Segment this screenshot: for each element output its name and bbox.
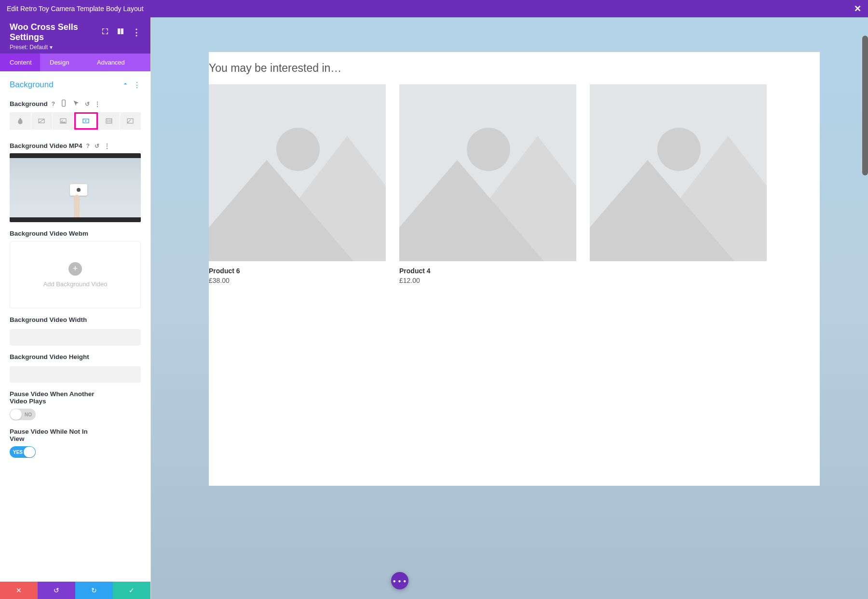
placeholder-image-icon <box>590 84 767 261</box>
scrollbar[interactable] <box>862 36 868 175</box>
reset-icon[interactable]: ↺ <box>85 101 90 107</box>
tab-design[interactable]: Design <box>40 53 78 71</box>
responsive-icon[interactable] <box>60 99 68 108</box>
product-price: £38.00 <box>209 277 386 284</box>
redo-button[interactable]: ↻ <box>75 582 113 599</box>
undo-button[interactable]: ↺ <box>38 582 75 599</box>
bg-mask-tab[interactable] <box>120 112 141 130</box>
field-more-icon[interactable]: ⋮ <box>104 143 110 149</box>
bg-color-tab[interactable] <box>10 112 31 130</box>
bg-gradient-tab[interactable] <box>31 112 53 130</box>
background-label: Background <box>10 100 48 107</box>
bg-video-tab[interactable] <box>74 112 98 130</box>
placeholder-image-icon <box>399 84 576 261</box>
tab-advanced[interactable]: Advanced <box>78 53 150 71</box>
module-header: Woo Cross Sells Settings ⋮ Preset: Defau… <box>0 17 150 53</box>
title-bar-text: Edit Retro Toy Camera Template Body Layo… <box>7 5 144 13</box>
close-button[interactable]: ✕ <box>854 3 861 14</box>
help-icon[interactable]: ? <box>52 101 55 107</box>
module-actions-fab[interactable]: ● ● ● <box>391 572 408 589</box>
tab-content[interactable]: Content <box>0 53 40 71</box>
hover-icon[interactable] <box>72 99 80 108</box>
video-mp4-preview[interactable] <box>10 153 141 222</box>
expand-icon[interactable] <box>101 27 109 38</box>
webm-label: Background Video Webm <box>10 230 88 237</box>
footer-actions: ✕ ↺ ↻ ✓ <box>0 582 150 599</box>
placeholder-image-icon <box>209 84 386 261</box>
pause-view-label: Pause Video While Not In View <box>10 428 96 442</box>
more-icon[interactable]: ⋮ <box>132 27 141 38</box>
preset-selector[interactable]: Preset: Default ▾ <box>10 44 141 51</box>
save-button[interactable]: ✓ <box>113 582 150 599</box>
product-name: Product 4 <box>399 267 576 275</box>
section-title: Background <box>10 80 122 90</box>
title-bar: Edit Retro Toy Camera Template Body Layo… <box>0 0 868 17</box>
plus-icon: + <box>68 262 82 276</box>
svg-point-3 <box>62 120 63 121</box>
preview-canvas: You may be interested in… Product 6 £38.… <box>151 17 868 599</box>
collapse-icon[interactable] <box>122 80 129 90</box>
width-label: Background Video Width <box>10 316 87 323</box>
cross-sells-module: You may be interested in… Product 6 £38.… <box>209 52 820 486</box>
product-item[interactable]: Product 4 £12.00 <box>399 84 576 284</box>
add-video-webm-button[interactable]: + Add Background Video <box>10 241 141 308</box>
section-more-icon[interactable]: ⋮ <box>133 80 141 90</box>
settings-tabs: Content Design Advanced <box>0 53 150 71</box>
bg-pattern-tab[interactable] <box>98 112 120 130</box>
product-item[interactable]: Product 6 £38.00 <box>209 84 386 284</box>
video-width-input[interactable] <box>10 329 141 346</box>
product-item[interactable] <box>590 84 767 284</box>
pause-view-toggle[interactable]: YES <box>10 446 36 458</box>
help-icon[interactable]: ? <box>86 143 90 149</box>
columns-icon[interactable] <box>117 27 124 38</box>
background-type-tabs <box>10 112 141 130</box>
mp4-label: Background Video MP4 <box>10 142 82 149</box>
pause-other-toggle[interactable]: NO <box>10 409 36 420</box>
cross-sells-heading: You may be interested in… <box>209 62 820 84</box>
pause-other-label: Pause Video When Another Video Plays <box>10 390 96 405</box>
bg-image-tab[interactable] <box>53 112 74 130</box>
settings-sidebar: Woo Cross Sells Settings ⋮ Preset: Defau… <box>0 17 151 599</box>
reset-icon[interactable]: ↺ <box>95 143 99 149</box>
upload-placeholder: Add Background Video <box>43 280 108 288</box>
svg-rect-0 <box>62 100 66 106</box>
product-price: £12.00 <box>399 277 576 284</box>
module-title: Woo Cross Sells Settings <box>10 22 95 42</box>
video-height-input[interactable] <box>10 366 141 383</box>
product-name: Product 6 <box>209 267 386 275</box>
field-more-icon[interactable]: ⋮ <box>95 101 100 107</box>
height-label: Background Video Height <box>10 353 89 360</box>
discard-button[interactable]: ✕ <box>0 582 38 599</box>
